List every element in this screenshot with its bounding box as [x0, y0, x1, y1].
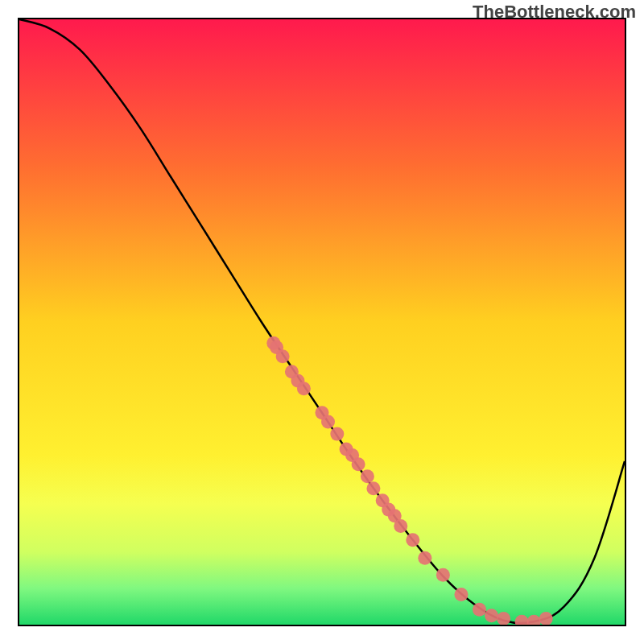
chart-plot-area [18, 18, 626, 626]
chart-svg [19, 19, 625, 625]
source-label: TheBottleneck.com [473, 2, 636, 23]
chart-container: TheBottleneck.com [0, 0, 644, 644]
data-point [406, 533, 419, 547]
data-point [276, 349, 290, 363]
gradient-background [19, 19, 625, 625]
data-point [394, 519, 407, 533]
data-point [321, 415, 335, 429]
data-point [454, 588, 468, 601]
data-point [352, 457, 365, 471]
data-point [485, 609, 498, 622]
data-point [366, 481, 380, 495]
data-point [330, 427, 344, 441]
data-point [361, 469, 374, 483]
data-point [436, 568, 450, 582]
data-point [418, 551, 431, 565]
data-point [297, 382, 311, 395]
data-point [473, 603, 486, 617]
